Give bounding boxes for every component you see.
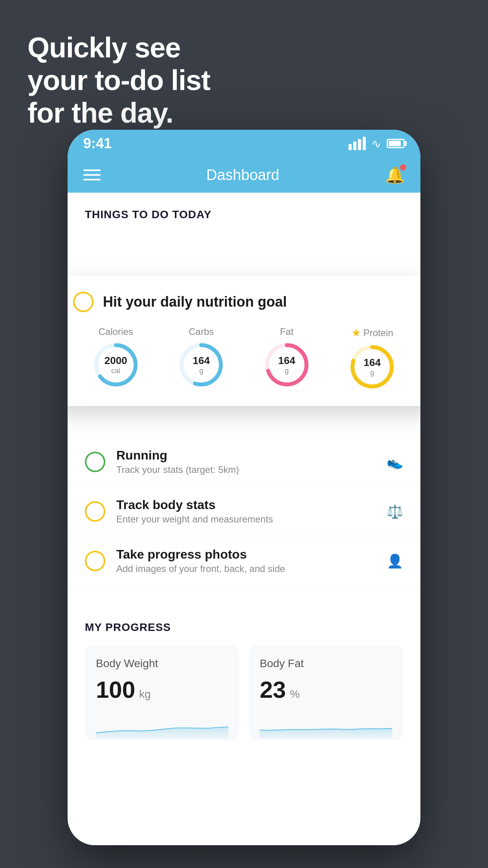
- nutrition-card: Hit your daily nutrition goal Calories: [68, 276, 420, 406]
- body-weight-unit: kg: [139, 688, 151, 701]
- hero-line3: for the day.: [28, 97, 210, 129]
- nutrition-card-title: Hit your daily nutrition goal: [103, 294, 287, 310]
- body-weight-value: 100: [96, 676, 135, 703]
- star-icon: ★: [351, 326, 361, 339]
- nutrition-calories: Calories 2000 cal: [92, 326, 139, 388]
- fat-unit: g: [278, 367, 295, 375]
- body-fat-value-row: 23 %: [260, 676, 392, 703]
- content-relative: Hit your daily nutrition goal Calories: [68, 229, 420, 586]
- body-stats-title: Track body stats: [116, 498, 387, 512]
- things-to-do-header: THINGS TO DO TODAY: [68, 193, 420, 229]
- progress-photos-text: Take progress photos Add images of your …: [116, 547, 387, 574]
- status-icons: ∿: [349, 137, 405, 151]
- progress-photos-icon: 👤: [387, 553, 403, 569]
- running-text: Running Track your stats (target: 5km): [116, 448, 387, 475]
- running-title: Running: [116, 448, 387, 463]
- todo-progress-photos[interactable]: Take progress photos Add images of your …: [68, 536, 420, 586]
- wifi-icon: ∿: [371, 137, 381, 151]
- running-sub: Track your stats (target: 5km): [116, 464, 387, 475]
- body-fat-card[interactable]: Body Fat 23 %: [249, 645, 403, 740]
- status-time: 9:41: [83, 135, 112, 152]
- fat-donut: 164 g: [263, 341, 310, 388]
- nutrition-check-circle: [73, 292, 94, 312]
- protein-unit: g: [364, 369, 381, 377]
- carbs-unit: g: [193, 367, 210, 375]
- calories-unit: cal: [105, 367, 127, 375]
- body-weight-value-row: 100 kg: [96, 676, 228, 703]
- body-stats-text: Track body stats Enter your weight and m…: [116, 498, 387, 525]
- protein-value: 164: [364, 357, 381, 369]
- hero-line1: Quickly see: [28, 31, 210, 64]
- progress-photos-title: Take progress photos: [116, 547, 387, 562]
- nutrition-protein: ★ Protein 164 g: [349, 326, 396, 390]
- body-stats-icon: ⚖️: [387, 504, 403, 519]
- protein-donut: 164 g: [349, 343, 396, 390]
- status-bar: 9:41 ∿: [68, 130, 420, 157]
- phone-mockup: 9:41 ∿ Dashboard 🔔 THINGS TO DO TODAY: [68, 130, 420, 845]
- nav-title: Dashboard: [206, 167, 279, 184]
- carbs-label: Carbs: [189, 326, 214, 337]
- fat-label: Fat: [280, 326, 294, 337]
- progress-photos-sub: Add images of your front, back, and side: [116, 563, 387, 574]
- hero-line2: your to-do list: [28, 64, 210, 97]
- hero-text: Quickly see your to-do list for the day.: [28, 31, 210, 129]
- calories-label: Calories: [99, 326, 133, 337]
- calories-donut: 2000 cal: [92, 341, 139, 388]
- body-weight-title: Body Weight: [96, 657, 228, 670]
- nutrition-card-header: Hit your daily nutrition goal: [73, 292, 415, 312]
- fat-value: 164: [278, 355, 295, 367]
- body-fat-sparkline: [260, 715, 392, 739]
- calories-value: 2000: [105, 355, 127, 367]
- protein-label-row: ★ Protein: [351, 326, 393, 339]
- nutrition-carbs: Carbs 164 g: [178, 326, 225, 388]
- progress-photos-check-circle: [85, 551, 105, 571]
- todo-list: Running Track your stats (target: 5km) 👟…: [68, 433, 420, 586]
- nav-bar: Dashboard 🔔: [68, 157, 420, 193]
- body-stats-check-circle: [85, 501, 105, 522]
- progress-cards: Body Weight 100 kg: [85, 645, 403, 740]
- menu-button[interactable]: [83, 169, 101, 180]
- progress-header: MY PROGRESS: [85, 621, 403, 634]
- notification-button[interactable]: 🔔: [385, 166, 405, 184]
- todo-body-stats[interactable]: Track body stats Enter your weight and m…: [68, 487, 420, 536]
- body-fat-title: Body Fat: [260, 657, 392, 670]
- protein-label: Protein: [363, 327, 393, 338]
- nutrition-fat: Fat 164 g: [263, 326, 310, 388]
- running-icon: 👟: [387, 454, 403, 470]
- body-weight-sparkline: [96, 715, 228, 739]
- body-fat-unit: %: [290, 688, 300, 701]
- signal-icon: [349, 137, 366, 150]
- nutrition-row: Calories 2000 cal: [73, 326, 415, 390]
- body-stats-sub: Enter your weight and measurements: [116, 514, 387, 525]
- running-check-circle: [85, 452, 105, 472]
- todo-running[interactable]: Running Track your stats (target: 5km) 👟: [68, 437, 420, 487]
- carbs-donut: 164 g: [178, 341, 225, 388]
- notification-badge: [400, 164, 406, 171]
- battery-icon: [387, 139, 405, 148]
- body-weight-card[interactable]: Body Weight 100 kg: [85, 645, 239, 740]
- body-fat-value: 23: [260, 676, 286, 703]
- progress-section: MY PROGRESS Body Weight 100 kg: [68, 601, 420, 740]
- carbs-value: 164: [193, 355, 210, 367]
- phone-content: THINGS TO DO TODAY Hit your daily nutrit…: [68, 193, 420, 845]
